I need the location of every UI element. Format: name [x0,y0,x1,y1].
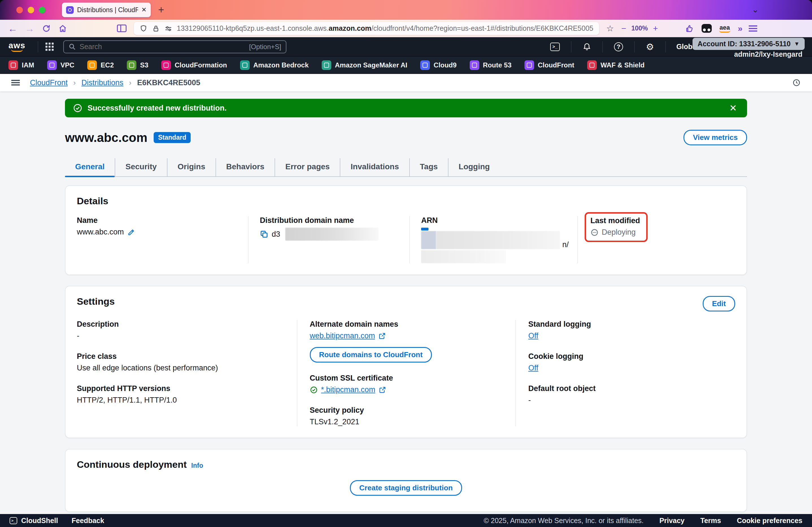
zoom-level[interactable]: 100% [631,25,648,32]
favorite-sagemaker[interactable]: Amazon SageMaker AI [322,60,408,70]
ssl-cert-link[interactable]: *.bitipcman.com [321,386,375,394]
cookie-preferences-link[interactable]: Cookie preferences [737,516,802,525]
extension-thumb-icon[interactable] [685,24,694,33]
tab-error-pages[interactable]: Error pages [275,158,340,176]
minimize-window-button[interactable] [28,7,34,13]
copy-domain-icon[interactable] [260,230,268,238]
browser-window: Distributions | CloudFront | Glob ✕ + ⌄ … [0,0,812,527]
external-link-icon[interactable] [378,332,386,340]
favorite-route53[interactable]: Route 53 [470,60,511,70]
banner-close-icon[interactable]: ✕ [727,103,739,114]
breadcrumb-current: E6KBKC4RE5005 [137,78,200,87]
help-icon[interactable]: ? [608,42,629,51]
permissions-toggle-icon[interactable] [164,25,172,32]
security-policy-value: TLSv1.2_2021 [310,418,504,426]
sidebar-toggle-icon[interactable] [117,25,127,32]
favorite-ec2[interactable]: EC2 [87,60,114,70]
zoom-in-button[interactable]: + [653,24,658,33]
reload-button[interactable] [42,24,51,33]
browser-tab-bar: Distributions | CloudFront | Glob ✕ + ⌄ [0,0,812,20]
tab-tags[interactable]: Tags [409,158,448,176]
favorite-bedrock[interactable]: Amazon Bedrock [240,60,309,70]
tab-behaviors[interactable]: Behaviors [216,158,275,176]
new-tab-button[interactable]: + [158,5,164,15]
browser-tab[interactable]: Distributions | CloudFront | Glob ✕ [62,2,151,17]
amazon-extension-icon[interactable]: aea [719,24,731,33]
browser-menu-icon[interactable] [749,25,757,32]
create-staging-distribution-button[interactable]: Create staging distribution [350,480,462,496]
breadcrumb-distributions[interactable]: Distributions [81,78,124,87]
services-grid-icon[interactable] [45,43,54,51]
feedback-button[interactable]: Feedback [72,516,104,525]
forward-button[interactable]: → [25,24,34,33]
in-progress-icon [591,228,598,237]
side-menu-icon[interactable] [11,80,20,86]
url-bar[interactable]: 133129065110-ktp6q5zp.us-east-1.console.… [134,22,599,35]
shield-icon[interactable] [140,25,147,32]
standard-logging-link[interactable]: Off [528,331,538,340]
privacy-link[interactable]: Privacy [659,516,685,525]
tab-origins[interactable]: Origins [167,158,216,176]
favorite-cloudfront[interactable]: CloudFront [524,60,574,70]
details-card: Details Name www.abc.com Distribution d [65,185,747,275]
cloudfront-icon [524,60,534,70]
edit-name-pencil-icon[interactable] [127,228,135,236]
tab-invalidations[interactable]: Invalidations [340,158,409,176]
aws-search-bar[interactable]: [Option+S] [63,40,286,53]
terms-link[interactable]: Terms [700,516,721,525]
aws-logo[interactable]: aws [9,42,26,52]
home-button[interactable] [58,24,67,33]
name-label: Name [77,216,240,225]
continuous-deployment-card: Continuous deployment Info Create stagin… [65,449,747,512]
maximize-window-button[interactable] [39,7,45,13]
aws-top-nav: aws [Option+S] >_ ? ⚙ [0,37,812,57]
favorite-vpc[interactable]: VPC [47,60,74,70]
search-icon [68,43,76,51]
cloudshell-nav-icon[interactable]: >_ [544,43,566,51]
privacy-extension-icon[interactable] [701,24,712,33]
favorite-cloud9[interactable]: Cloud9 [420,60,456,70]
view-metrics-button[interactable]: View metrics [683,130,747,145]
cloudshell-terminal-icon: >_ [10,517,17,524]
zoom-out-button[interactable]: − [621,24,626,33]
edit-settings-button[interactable]: Edit [703,296,735,312]
search-input[interactable] [79,43,246,51]
success-check-icon [73,103,83,113]
ec2-icon [87,60,97,70]
recent-history-icon[interactable] [792,78,801,87]
favorite-cloudformation[interactable]: CloudFormation [161,60,227,70]
search-shortcut: [Option+S] [249,43,281,51]
close-window-button[interactable] [16,7,23,13]
tab-general[interactable]: General [65,158,115,176]
route-domains-button[interactable]: Route domains to CloudFront [310,347,432,362]
favorite-s3[interactable]: S3 [127,60,148,70]
cloudshell-footer-button[interactable]: >_ CloudShell [10,516,58,525]
arn-redacted [421,231,436,249]
default-root-label: Default root object [528,384,724,393]
favorite-iam[interactable]: IAM [9,60,34,70]
alt-domain-link[interactable]: web.bitipcman.com [310,331,375,340]
lock-icon[interactable] [152,25,160,32]
alt-domains-label: Alternate domain names [310,320,504,329]
waf-shield-icon [587,60,597,70]
back-button[interactable]: ← [8,24,17,33]
notifications-bell-icon[interactable] [577,43,597,51]
toolbar-overflow-icon[interactable]: » [738,24,741,33]
price-class-label: Price class [77,352,286,361]
name-value: www.abc.com [77,228,124,237]
copy-arn-icon[interactable] [421,228,429,230]
favorite-waf[interactable]: WAF & Shield [587,60,644,70]
url-text[interactable]: 133129065110-ktp6q5zp.us-east-1.console.… [177,24,593,32]
tab-security[interactable]: Security [115,158,167,176]
info-link[interactable]: Info [191,462,203,469]
tab-close-icon[interactable]: ✕ [142,6,147,14]
breadcrumb-cloudfront[interactable]: CloudFront [30,78,68,87]
tab-logging[interactable]: Logging [448,158,500,176]
tab-list-chevron-icon[interactable]: ⌄ [752,4,759,14]
settings-gear-icon[interactable]: ⚙ [640,42,660,51]
standard-logging-label: Standard logging [528,320,724,329]
account-menu[interactable]: Account ID: 1331-2906-5110▼ [693,38,804,50]
external-link-icon[interactable] [379,386,386,394]
bookmark-star-icon[interactable]: ☆ [606,24,614,33]
cookie-logging-link[interactable]: Off [528,364,538,372]
